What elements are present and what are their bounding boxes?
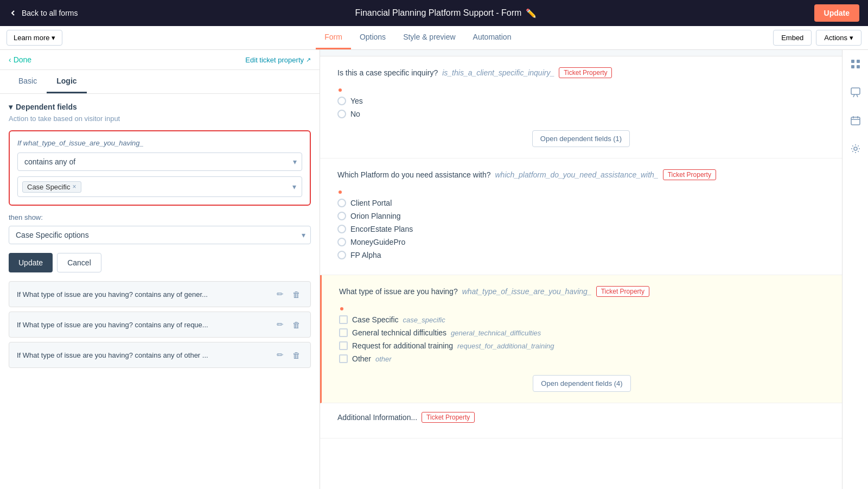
required-dot <box>339 190 342 194</box>
radio-no[interactable]: No <box>337 110 825 118</box>
action-buttons: Update Cancel <box>9 253 311 272</box>
radio-client-portal[interactable]: Client Portal <box>337 199 825 207</box>
checkbox <box>339 315 348 324</box>
embed-button[interactable]: Embed <box>773 30 812 46</box>
top-nav: Back to all forms Financial Planning Pla… <box>0 0 868 26</box>
done-chevron: ‹ <box>9 55 11 64</box>
update-button[interactable]: Update <box>814 4 859 22</box>
form-preview: Is this a case specific inquiry? is_this… <box>320 50 842 489</box>
form-preview-content: Is this a case specific inquiry? is_this… <box>320 50 842 489</box>
ticket-property-badge: Ticket Property <box>559 67 612 78</box>
edit-condition-icon[interactable]: ✏ <box>275 348 286 362</box>
collapse-icon: ▾ <box>9 103 12 111</box>
condition-row: If What type of issue are you having? co… <box>9 312 311 338</box>
question-platform: Which Platform do you need assistance wi… <box>337 169 825 180</box>
sidebar-settings-icon[interactable] <box>846 139 865 158</box>
external-link-icon: ↗ <box>306 56 311 63</box>
condition-row-actions: ✏ 🗑 <box>275 317 303 332</box>
actions-button[interactable]: Actions ▾ <box>816 30 861 46</box>
svg-rect-2 <box>851 65 854 68</box>
svg-rect-3 <box>857 65 860 68</box>
subtab-bar: Basic Logic <box>0 70 320 94</box>
radio-circle <box>337 238 346 246</box>
radio-encore-estate[interactable]: EncorEstate Plans <box>337 225 825 233</box>
right-sidebar <box>842 50 868 489</box>
sidebar-chat-icon[interactable] <box>846 82 865 102</box>
delete-condition-icon[interactable]: 🗑 <box>290 317 303 332</box>
question-case-inquiry: Is this a case specific inquiry? is_this… <box>337 67 825 78</box>
edit-title-icon[interactable]: ✏️ <box>526 8 537 18</box>
tab-bar-left: Learn more ▾ <box>7 26 62 49</box>
radio-fp-alpha[interactable]: FP Alpha <box>337 251 825 259</box>
panel-body: ▾ Dependent fields Action to take based … <box>0 94 320 489</box>
radio-circle <box>337 110 346 118</box>
open-dependent-fields-4[interactable]: Open dependent fields (4) <box>533 375 630 392</box>
radio-circle <box>337 251 346 259</box>
learn-more-button[interactable]: Learn more ▾ <box>7 30 62 46</box>
remove-tag-icon[interactable]: × <box>72 183 76 190</box>
ticket-property-badge: Ticket Property <box>422 412 475 423</box>
tab-form[interactable]: Form <box>316 26 351 49</box>
question-additional: Additional Information... Ticket Propert… <box>337 412 825 423</box>
svg-rect-5 <box>851 117 860 125</box>
main-tabs: Form Options Style & preview Automation <box>316 26 520 49</box>
form-title: Financial Planning Platform Support - Fo… <box>355 8 522 18</box>
form-section-issue-type: What type of issue are you having? what_… <box>320 275 842 403</box>
then-show-select[interactable]: Case Specific options <box>9 226 311 244</box>
radio-yes[interactable]: Yes <box>337 97 825 105</box>
condition-row-text: If What type of issue are you having? co… <box>17 290 270 299</box>
edit-ticket-property-link[interactable]: Edit ticket property ↗ <box>245 56 311 64</box>
condition-field: what_type_of_issue_are_you_having_ <box>23 139 144 147</box>
then-show-select-wrapper: Case Specific options ▾ <box>9 226 311 244</box>
question-issue-type: What type of issue are you having? what_… <box>339 286 825 297</box>
radio-circle <box>337 225 346 233</box>
checkbox-general-technical[interactable]: General technical difficulties general_t… <box>339 328 825 337</box>
main-layout: ‹ Done Edit ticket property ↗ Basic Logi… <box>0 50 868 489</box>
cancel-condition-button[interactable]: Cancel <box>57 253 101 272</box>
section-subtext: Action to take based on visitor input <box>9 115 311 123</box>
delete-condition-icon[interactable]: 🗑 <box>290 348 303 362</box>
checkbox <box>339 354 348 363</box>
done-link[interactable]: ‹ Done <box>9 55 31 64</box>
radio-circle <box>337 97 346 105</box>
tab-options[interactable]: Options <box>351 26 394 49</box>
ticket-property-badge: Ticket Property <box>663 169 716 180</box>
condition-row-text: If What type of issue are you having? co… <box>17 351 270 359</box>
form-title-area: Financial Planning Platform Support - Fo… <box>355 8 537 18</box>
section-title: Dependent fields <box>16 103 77 111</box>
panel-header: ‹ Done Edit ticket property ↗ <box>0 50 320 70</box>
required-dot <box>339 88 342 92</box>
then-show-label: then show: <box>9 213 311 221</box>
svg-rect-0 <box>851 60 854 63</box>
sidebar-grid-icon[interactable] <box>846 54 865 74</box>
learn-more-label: Learn more <box>14 34 49 42</box>
operator-select[interactable]: contains any of <box>17 153 302 171</box>
tag-select-chevron: ▾ <box>292 182 296 191</box>
tab-style-preview[interactable]: Style & preview <box>394 26 464 49</box>
operator-select-wrapper: contains any of ▾ <box>17 153 302 171</box>
update-condition-button[interactable]: Update <box>9 253 53 272</box>
condition-row-actions: ✏ 🗑 <box>275 348 303 362</box>
done-label: Done <box>14 55 31 64</box>
form-section-additional: Additional Information... Ticket Propert… <box>320 403 842 439</box>
dependent-fields-header[interactable]: ▾ Dependent fields <box>9 103 311 111</box>
radio-money-guide[interactable]: MoneyGuidePro <box>337 238 825 246</box>
value-tag-select[interactable]: Case Specific × ▾ <box>17 176 302 197</box>
checkbox-request-training[interactable]: Request for additional training request_… <box>339 341 825 350</box>
checkbox <box>339 328 348 337</box>
tab-automation[interactable]: Automation <box>464 26 520 49</box>
subtab-basic[interactable]: Basic <box>9 70 47 93</box>
open-dependent-fields-1[interactable]: Open dependent fields (1) <box>532 130 630 147</box>
back-to-forms[interactable]: Back to all forms <box>9 9 78 17</box>
subtab-logic[interactable]: Logic <box>47 70 86 93</box>
checkbox-case-specific[interactable]: Case Specific case_specific <box>339 315 825 324</box>
edit-condition-icon[interactable]: ✏ <box>275 287 286 301</box>
sidebar-calendar-icon[interactable] <box>846 111 865 130</box>
svg-rect-1 <box>857 60 860 63</box>
checkbox-other[interactable]: Other other <box>339 354 825 363</box>
radio-orion-planning[interactable]: Orion Planning <box>337 212 825 220</box>
delete-condition-icon[interactable]: 🗑 <box>290 287 303 301</box>
svg-point-6 <box>854 147 857 150</box>
form-section-case-inquiry: Is this a case specific inquiry? is_this… <box>320 56 842 158</box>
edit-condition-icon[interactable]: ✏ <box>275 317 286 332</box>
